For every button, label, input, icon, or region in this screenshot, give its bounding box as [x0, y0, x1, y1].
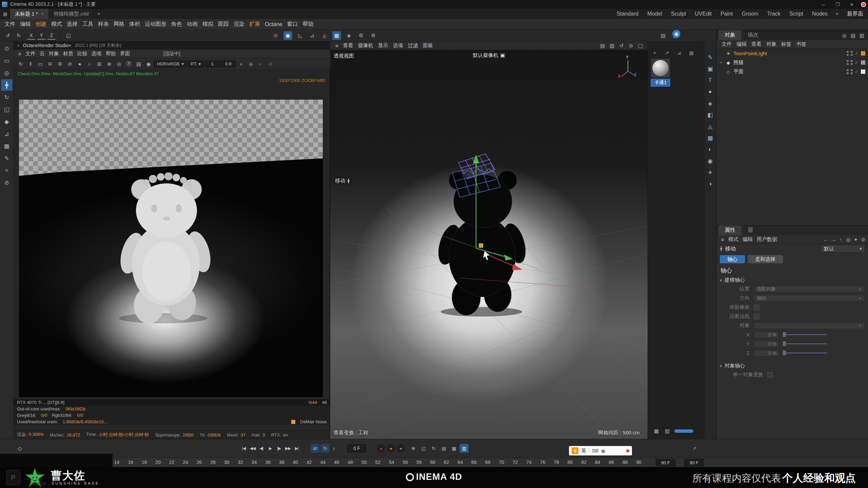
- resize-corner-icon[interactable]: ↗: [692, 443, 696, 454]
- render-dots[interactable]: [851, 69, 853, 74]
- object-select[interactable]: ▾: [754, 322, 864, 329]
- pause-render-icon[interactable]: ‖: [26, 60, 35, 68]
- material-preview-tile[interactable]: [651, 58, 670, 78]
- position-select[interactable]: 选取对象 ▾: [754, 286, 864, 292]
- kernel-dropdown[interactable]: PT ▾: [188, 60, 204, 68]
- field-icon[interactable]: ◐: [705, 144, 715, 155]
- next-key-button[interactable]: ▶▶: [283, 443, 292, 453]
- lock-resolution-icon[interactable]: ⊘: [65, 60, 74, 68]
- material-picker-icon[interactable]: ⊕: [105, 60, 114, 68]
- layout-tab[interactable]: Nodes: [808, 9, 832, 19]
- object-menu-item[interactable]: 对象: [764, 41, 779, 47]
- quantize-icon[interactable]: ◈: [344, 31, 353, 40]
- parent-arrow-icon[interactable]: ↑: [837, 235, 845, 244]
- viewport-lock-icon[interactable]: ⊘: [627, 41, 635, 50]
- visibility-dots[interactable]: [847, 69, 849, 74]
- toolbox-icon[interactable]: ▣: [601, 448, 605, 453]
- film-settings-icon[interactable]: ▤: [134, 60, 143, 68]
- enabled-check-icon[interactable]: ✓: [855, 69, 859, 74]
- single-object-transform-checkbox[interactable]: [767, 372, 773, 378]
- close-button[interactable]: ✕: [845, 0, 859, 9]
- layout-tab[interactable]: Sculpt: [667, 9, 690, 19]
- goto-end-button[interactable]: ▶|: [292, 443, 301, 453]
- modeling-axis-group-header[interactable]: ▾ 建模轴心: [716, 276, 868, 284]
- texture-tag-swatch[interactable]: [861, 60, 866, 65]
- goto-start-button[interactable]: |◀: [239, 443, 248, 453]
- workplane-icon[interactable]: ◺: [296, 31, 304, 40]
- lock2-icon[interactable]: ⊘: [266, 60, 275, 68]
- orientation-axis-widget[interactable]: Y X Z: [619, 57, 637, 79]
- object-menu-item[interactable]: 标签: [779, 41, 794, 47]
- tile-large-icon[interactable]: ▥: [663, 427, 672, 435]
- move-tool-icon[interactable]: ╋: [1, 79, 13, 91]
- coordinates-icon[interactable]: ◬: [320, 31, 329, 40]
- grid-snap-icon[interactable]: ▦: [332, 31, 341, 40]
- octane-menu-item[interactable]: 帮助: [104, 50, 118, 57]
- timeline-ruler[interactable]: 0246810121416182022242628303234363840424…: [0, 458, 868, 467]
- x-axis-lock-button[interactable]: X: [27, 32, 35, 40]
- subdivision-surface-icon[interactable]: ◈: [705, 98, 715, 109]
- menu-item[interactable]: 模式: [49, 21, 64, 28]
- object-menu-item[interactable]: 查看: [749, 41, 764, 47]
- axis-mode-icon[interactable]: ⊿: [308, 31, 317, 40]
- axis-modify-icon[interactable]: ◆: [1, 116, 13, 127]
- material-name-badge[interactable]: 卡通1: [651, 79, 670, 87]
- z-axis-lock-button[interactable]: Z: [47, 32, 56, 40]
- zoom-tool-icon[interactable]: ◎: [1, 67, 13, 79]
- undo-icon[interactable]: ↺: [3, 31, 12, 40]
- autokey-button[interactable]: ●: [387, 444, 395, 452]
- search-icon[interactable]: ◎: [840, 31, 849, 40]
- layout-grid-icon[interactable]: ▦: [0, 11, 10, 17]
- tab-close-icon[interactable]: ×: [41, 12, 44, 17]
- ball-white-icon[interactable]: ●: [237, 60, 245, 68]
- render-passes-icon[interactable]: Ⓟ: [124, 60, 133, 68]
- restart-render-icon[interactable]: ↻: [16, 60, 25, 68]
- z-slider[interactable]: [784, 352, 827, 353]
- volume-builder-icon[interactable]: ▦: [705, 132, 715, 144]
- viewport-reset-icon[interactable]: ↺: [617, 41, 626, 50]
- y-slider[interactable]: [784, 343, 827, 344]
- live-selection-tool-icon[interactable]: ⊙: [1, 43, 13, 54]
- object-menu-item[interactable]: 文件: [719, 41, 734, 47]
- redo-icon[interactable]: ↻: [14, 31, 23, 40]
- stop-render-icon[interactable]: ▭: [36, 60, 45, 68]
- menu-item[interactable]: 样条: [96, 21, 111, 28]
- menu-item[interactable]: 扩展: [247, 21, 262, 28]
- axis-mode-button[interactable]: 轴心: [720, 255, 745, 263]
- burger-icon[interactable]: ≡: [16, 51, 23, 57]
- render-ball-light-icon[interactable]: ○: [85, 60, 94, 68]
- camera-icon[interactable]: ◉: [144, 60, 153, 68]
- octane-menu-item[interactable]: 界面: [118, 50, 132, 57]
- enabled-check-icon[interactable]: ✓: [855, 51, 859, 56]
- menu-item[interactable]: 工具: [80, 21, 96, 28]
- menu-item[interactable]: 渲染: [231, 21, 247, 28]
- prev-frame-button[interactable]: ◀|: [257, 443, 266, 453]
- burger-icon[interactable]: ≡: [333, 43, 341, 48]
- add-tab-button[interactable]: +: [94, 11, 104, 17]
- layout-tab[interactable]: Paint: [716, 9, 737, 19]
- texture-tag-swatch[interactable]: [861, 69, 866, 74]
- menu-item[interactable]: 模拟: [200, 21, 216, 28]
- octane-close-icon[interactable]: ×: [17, 43, 20, 48]
- camera-label[interactable]: 默认摄像机 ▣: [473, 52, 505, 59]
- menu-item[interactable]: 网格: [111, 21, 127, 28]
- filter-icon[interactable]: ▤: [849, 31, 857, 40]
- panel-layout-icon[interactable]: ▥: [857, 31, 866, 40]
- octane-menu-item[interactable]: 选项: [90, 50, 104, 57]
- render-settings-gear-icon[interactable]: ⚙: [56, 60, 64, 68]
- viewport-menu-item[interactable]: 选项: [391, 42, 406, 49]
- tab-objects[interactable]: 对象: [718, 30, 742, 40]
- layout-tab[interactable]: Script: [785, 9, 808, 19]
- samples-input[interactable]: [205, 61, 220, 67]
- pen-spline-icon[interactable]: ✎: [705, 52, 715, 63]
- keyframe-selection-button[interactable]: ●: [397, 444, 405, 452]
- along-normals-checkbox[interactable]: [754, 314, 759, 319]
- range-end-field-b[interactable]: 90 F: [684, 459, 704, 466]
- viewport-canvas[interactable]: 透视视图 默认摄像机 ▣ 移动 ╋ Y X Z: [330, 50, 648, 439]
- minimize-button[interactable]: ─: [816, 0, 830, 9]
- viewport-menu-item[interactable]: 摄像机: [356, 42, 376, 49]
- next-frame-button[interactable]: |▶: [275, 443, 283, 453]
- search2-icon[interactable]: ◎: [845, 235, 852, 244]
- snap-settings-icon[interactable]: ▦: [1, 140, 13, 152]
- filter2-icon[interactable]: ▾: [852, 235, 860, 244]
